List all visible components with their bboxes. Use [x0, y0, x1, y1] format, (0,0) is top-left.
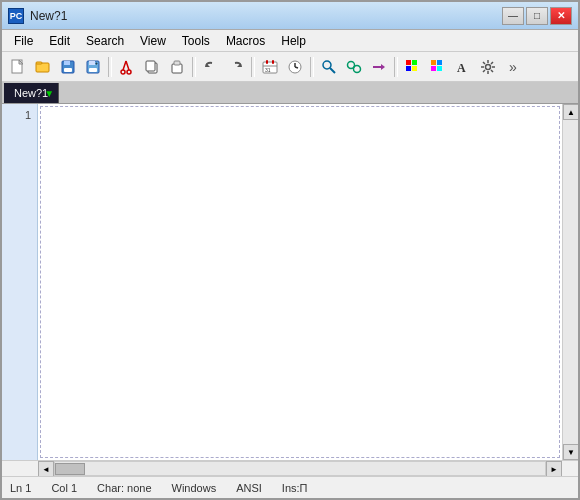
svg-rect-24	[272, 60, 274, 64]
svg-rect-43	[437, 66, 442, 71]
svg-rect-16	[146, 61, 155, 71]
svg-rect-42	[431, 66, 436, 71]
replace-icon	[346, 59, 362, 75]
hscroll-track[interactable]	[54, 461, 546, 476]
content-area: 1 ▲ ▼	[2, 104, 578, 460]
svg-line-28	[295, 67, 298, 68]
menu-search[interactable]: Search	[78, 32, 132, 50]
svg-point-12	[127, 70, 131, 74]
minimize-button[interactable]: —	[502, 7, 524, 25]
redo-icon	[228, 59, 244, 75]
color1-button[interactable]	[401, 55, 425, 79]
tab-label: New?1	[14, 87, 48, 99]
menu-edit[interactable]: Edit	[41, 32, 78, 50]
settings-button[interactable]	[476, 55, 500, 79]
svg-text:+: +	[95, 60, 98, 66]
menu-view[interactable]: View	[132, 32, 174, 50]
svg-point-11	[121, 70, 125, 74]
menu-bar: File Edit Search View Tools Macros Help	[2, 30, 578, 52]
scroll-down-button[interactable]: ▼	[563, 444, 578, 460]
save-icon	[60, 59, 76, 75]
hscroll-left-spacer	[2, 461, 38, 476]
settings-icon	[480, 59, 496, 75]
cut-button[interactable]	[115, 55, 139, 79]
svg-line-13	[123, 61, 126, 70]
more-button[interactable]: »	[501, 55, 525, 79]
status-char: Char: none	[97, 482, 151, 494]
redo-button[interactable]	[224, 55, 248, 79]
svg-rect-40	[431, 60, 436, 65]
goto-icon	[371, 59, 387, 75]
toolbar-separator-5	[394, 57, 398, 77]
status-line-ending: Windows	[172, 482, 217, 494]
maximize-button[interactable]: □	[526, 7, 548, 25]
svg-text:31: 31	[265, 67, 271, 73]
app-window: PC New?1 — □ ✕ File Edit Search View Too…	[0, 0, 580, 500]
toolbar: + 31	[2, 52, 578, 82]
menu-tools[interactable]: Tools	[174, 32, 218, 50]
menu-help[interactable]: Help	[273, 32, 314, 50]
svg-rect-41	[437, 60, 442, 65]
scroll-up-button[interactable]: ▲	[563, 104, 578, 120]
menu-macros[interactable]: Macros	[218, 32, 273, 50]
tab-download-icon: ▼	[44, 88, 54, 99]
search-button[interactable]	[317, 55, 341, 79]
goto-button[interactable]	[367, 55, 391, 79]
hscroll-thumb[interactable]	[55, 463, 85, 475]
close-button[interactable]: ✕	[550, 7, 572, 25]
title-bar: PC New?1 — □ ✕	[2, 2, 578, 30]
svg-rect-18	[174, 61, 180, 65]
new-button[interactable]	[6, 55, 30, 79]
saveas-button[interactable]: +	[81, 55, 105, 79]
svg-rect-37	[412, 60, 417, 65]
svg-rect-38	[406, 66, 411, 71]
toolbar-separator-4	[310, 57, 314, 77]
time-icon	[287, 59, 303, 75]
scroll-right-button[interactable]: ►	[546, 461, 562, 477]
copy-button[interactable]	[140, 55, 164, 79]
svg-rect-6	[64, 68, 72, 72]
color1-icon	[405, 59, 421, 75]
editor-area[interactable]	[40, 106, 560, 458]
font-icon: A	[455, 59, 471, 75]
paste-icon	[169, 59, 185, 75]
editor-content[interactable]	[41, 107, 559, 457]
date-button[interactable]: 31	[258, 55, 282, 79]
toolbar-separator-3	[251, 57, 255, 77]
svg-rect-3	[36, 62, 42, 64]
scroll-track-v[interactable]	[563, 120, 578, 444]
tab-new1[interactable]: New?1 ▼	[4, 83, 59, 103]
toolbar-separator-1	[108, 57, 112, 77]
status-bar: Ln 1 Col 1 Char: none Windows ANSI Ins:П	[2, 476, 578, 498]
replace-button[interactable]	[342, 55, 366, 79]
window-title: New?1	[30, 9, 502, 23]
copy-icon	[144, 59, 160, 75]
open-button[interactable]	[31, 55, 55, 79]
svg-rect-5	[64, 61, 70, 65]
svg-rect-9	[89, 68, 97, 72]
status-line: Ln 1	[10, 482, 31, 494]
date-icon: 31	[262, 59, 278, 75]
color2-button[interactable]	[426, 55, 450, 79]
svg-line-30	[330, 68, 335, 73]
svg-point-45	[486, 64, 491, 69]
status-encoding: ANSI	[236, 482, 262, 494]
line-numbers: 1	[2, 104, 38, 460]
svg-rect-23	[266, 60, 268, 64]
new-icon	[10, 59, 26, 75]
time-button[interactable]	[283, 55, 307, 79]
scroll-left-button[interactable]: ◄	[38, 461, 54, 477]
tab-bar: New?1 ▼	[2, 82, 578, 104]
paste-button[interactable]	[165, 55, 189, 79]
save-button[interactable]	[56, 55, 80, 79]
menu-file[interactable]: File	[6, 32, 41, 50]
svg-rect-36	[406, 60, 411, 65]
color2-icon	[430, 59, 446, 75]
app-icon: PC	[8, 8, 24, 24]
svg-text:A: A	[457, 61, 466, 75]
hscroll-right-spacer	[562, 461, 578, 476]
vertical-scrollbar: ▲ ▼	[562, 104, 578, 460]
svg-point-29	[323, 61, 331, 69]
undo-button[interactable]	[199, 55, 223, 79]
font-button[interactable]: A	[451, 55, 475, 79]
